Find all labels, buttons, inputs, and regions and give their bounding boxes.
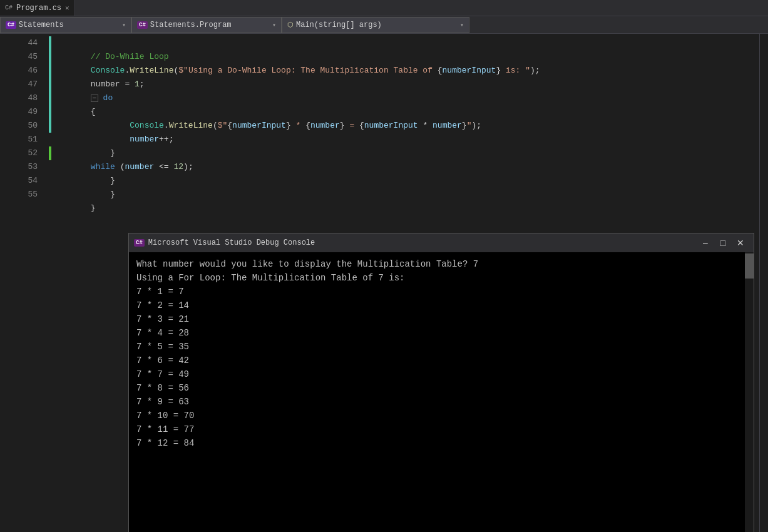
tab-close-button[interactable]: ✕: [65, 4, 69, 12]
debug-console-title: Microsoft Visual Studio Debug Console: [148, 238, 694, 247]
debug-maximize-button[interactable]: □: [715, 237, 731, 249]
green-bar-44: [49, 36, 51, 50]
method-icon: ⬡: [287, 21, 294, 29]
debug-console-buttons: – □ ✕: [697, 237, 749, 249]
line-num-46: 46: [0, 64, 38, 78]
token-str-49b: =: [345, 121, 359, 130]
gutter-48: [44, 91, 56, 105]
gutter-46: [44, 64, 56, 78]
green-bar-47: [49, 78, 51, 91]
gutter-54: [44, 174, 56, 188]
debug-scrollbar[interactable]: [745, 252, 754, 532]
green-bar-45: [49, 50, 51, 64]
debug-close-button[interactable]: ✕: [732, 237, 749, 249]
output-line-4: 7 * 2 = 14: [136, 299, 746, 312]
gutter-47: [44, 78, 56, 91]
token-class-49: Console: [130, 121, 164, 130]
token-str-prefix-49: $": [218, 121, 228, 130]
token-var-45: numberInput: [443, 66, 496, 75]
token-kw-52: while: [91, 162, 115, 171]
token-plain-46a: number: [91, 79, 125, 89]
file-chevron-icon: ▾: [272, 21, 276, 29]
token-incr-50: ++;: [159, 135, 173, 144]
line-num-47: 47: [0, 78, 38, 91]
token-method-49: WriteLine: [169, 121, 213, 130]
namespace-dropdown[interactable]: C# Statements ▾: [0, 17, 131, 33]
output-line-5: 7 * 3 = 21: [136, 312, 746, 326]
tab-program-cs[interactable]: C# Program.cs ✕: [0, 0, 75, 16]
debug-minimize-button[interactable]: –: [697, 237, 714, 249]
token-var-52: number: [125, 162, 154, 171]
namespace-label: Statements: [19, 21, 64, 29]
cs-file-icon: C#: [5, 4, 13, 11]
token-paren-45b: );: [530, 66, 540, 75]
green-bar-bright-52: [49, 146, 51, 160]
toolbar: C# Statements ▾ C# Statements.Program ▾ …: [0, 16, 768, 34]
token-str2-45: is: ": [501, 66, 530, 75]
token-brace-53: }: [91, 176, 115, 185]
green-bar-48: [49, 91, 51, 105]
token-dot-49: .: [164, 121, 169, 130]
output-line-6: 7 * 4 = 28: [136, 326, 746, 340]
token-num-46: 1: [135, 79, 140, 89]
token-plain-55: }: [91, 203, 96, 213]
code-line-55: }: [56, 188, 759, 202]
code-line-54: }: [56, 174, 759, 188]
code-line-47: − do: [56, 78, 759, 91]
green-bar-49: [49, 105, 51, 119]
line-num-44: 44: [0, 36, 38, 50]
output-line-7: 7 * 5 = 35: [136, 340, 746, 354]
token-var-49c: numberInput: [364, 121, 418, 130]
gutter-53: [44, 160, 56, 174]
tab-bar: C# Program.cs ✕: [0, 0, 768, 16]
token-var-49d: number: [433, 121, 462, 130]
gutter-44: [44, 36, 56, 50]
token-op-49: *: [418, 121, 433, 130]
code-line-48: {: [56, 91, 759, 105]
token-plain-52a: (: [115, 162, 125, 171]
file-cs-icon: C#: [137, 21, 148, 29]
token-brace-48: {: [91, 107, 96, 116]
token-indent-50: [91, 135, 130, 144]
gutter-52: [44, 146, 56, 160]
output-line-2: Using a For Loop: The Multiplication Tab…: [136, 271, 746, 285]
editor-scrollbar[interactable]: [759, 34, 768, 532]
token-var-50: number: [130, 135, 159, 144]
output-line-11: 7 * 9 = 63: [136, 395, 746, 409]
output-line-13: 7 * 11 = 77: [136, 422, 746, 436]
collapse-icon-47[interactable]: −: [91, 95, 98, 102]
line-num-52: 52: [0, 146, 38, 160]
debug-console-titlebar: C# Microsoft Visual Studio Debug Console…: [129, 233, 754, 252]
token-interp-49f: }: [462, 121, 467, 130]
output-line-9: 7 * 7 = 49: [136, 367, 746, 381]
tab-label: Program.cs: [16, 4, 61, 13]
debug-cs-badge: C#: [134, 239, 145, 247]
token-interp-49c: {: [305, 121, 310, 130]
method-dropdown[interactable]: ⬡ Main(string[] args) ▾: [282, 17, 469, 33]
token-plain-54: }: [91, 190, 115, 199]
gutter: [44, 34, 56, 532]
token-plain-52c: );: [183, 162, 193, 171]
code-line-49: Console.WriteLine($"{numberInput} * {num…: [56, 105, 759, 119]
line-num-55: 55: [0, 188, 38, 202]
line-num-45: 45: [0, 50, 38, 64]
gutter-49: [44, 105, 56, 119]
code-line-44: // Do-While Loop: [56, 36, 759, 50]
token-paren-49b: );: [471, 121, 481, 130]
green-bar-50: [49, 119, 51, 133]
debug-output: What number would you like to display th…: [129, 252, 754, 532]
output-line-0: What number would you like to display th…: [136, 257, 746, 271]
debug-scrollbar-thumb: [745, 253, 754, 279]
token-interp-49e: {: [359, 121, 364, 130]
line-num-53: 53: [0, 160, 38, 174]
file-dropdown[interactable]: C# Statements.Program ▾: [131, 17, 282, 33]
output-line-3: 7 * 1 = 7: [136, 285, 746, 299]
code-line-52: while (number <= 12);: [56, 146, 759, 160]
debug-console: C# Microsoft Visual Studio Debug Console…: [128, 233, 754, 532]
file-label: Statements.Program: [150, 21, 232, 29]
token-interp-49d: }: [340, 121, 345, 130]
output-line-10: 7 * 8 = 56: [136, 381, 746, 395]
token-var-49b: number: [310, 121, 340, 130]
line-num-54: 54: [0, 174, 38, 188]
token-str-prefix-45: $": [178, 66, 188, 75]
